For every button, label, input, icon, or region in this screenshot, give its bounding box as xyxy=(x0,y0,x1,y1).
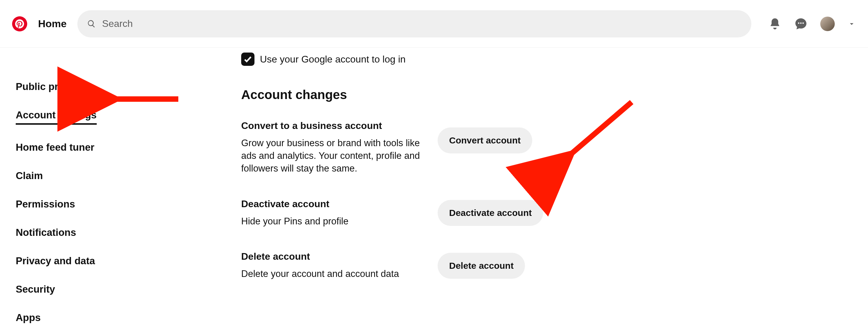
pinterest-logo[interactable] xyxy=(12,16,27,31)
home-link[interactable]: Home xyxy=(38,18,66,30)
sidebar-item-home-feed-tuner[interactable]: Home feed tuner xyxy=(16,142,94,153)
setting-desc: Grow your business or brand with tools l… xyxy=(241,137,426,175)
section-title: Account changes xyxy=(241,88,868,102)
setting-row: Deactivate accountHide your Pins and pro… xyxy=(241,198,868,228)
header-icons xyxy=(768,16,856,31)
setting-label: Convert to a business account xyxy=(241,120,426,131)
check-icon xyxy=(243,55,252,64)
notifications-icon[interactable] xyxy=(768,17,781,31)
messages-icon[interactable] xyxy=(794,17,808,31)
delete-account-button[interactable]: Delete account xyxy=(438,253,525,279)
sidebar-item-apps[interactable]: Apps xyxy=(16,312,41,324)
sidebar-item-privacy-and-data[interactable]: Privacy and data xyxy=(16,255,95,267)
setting-label: Deactivate account xyxy=(241,198,426,209)
setting-row: Delete accountDelete your account and ac… xyxy=(241,251,868,280)
setting-desc: Delete your account and account data xyxy=(241,268,426,280)
convert-account-button[interactable]: Convert account xyxy=(438,128,532,154)
search-input[interactable] xyxy=(102,18,742,29)
search-bar[interactable] xyxy=(78,10,751,37)
sidebar-item-security[interactable]: Security xyxy=(16,283,55,295)
sidebar: Public profileAccount settingsHome feed … xyxy=(0,48,224,334)
sidebar-item-public-profile[interactable]: Public profile xyxy=(16,81,79,92)
sidebar-item-claim[interactable]: Claim xyxy=(16,170,43,181)
sidebar-item-permissions[interactable]: Permissions xyxy=(16,198,75,210)
sidebar-item-notifications[interactable]: Notifications xyxy=(16,227,76,238)
google-login-checkbox[interactable] xyxy=(241,53,254,66)
main: Use your Google account to log in Accoun… xyxy=(224,48,868,334)
google-login-option[interactable]: Use your Google account to log in xyxy=(241,48,868,66)
chevron-down-icon[interactable] xyxy=(847,20,856,28)
sidebar-item-account-settings[interactable]: Account settings xyxy=(16,109,97,125)
header: Home xyxy=(0,0,868,48)
setting-desc: Hide your Pins and profile xyxy=(241,215,426,228)
google-login-label: Use your Google account to log in xyxy=(260,54,406,65)
deactivate-account-button[interactable]: Deactivate account xyxy=(438,200,543,226)
content: Public profileAccount settingsHome feed … xyxy=(0,48,868,334)
avatar[interactable] xyxy=(820,16,835,31)
setting-row: Convert to a business accountGrow your b… xyxy=(241,120,868,175)
search-icon xyxy=(87,19,96,28)
setting-label: Delete account xyxy=(241,251,426,262)
